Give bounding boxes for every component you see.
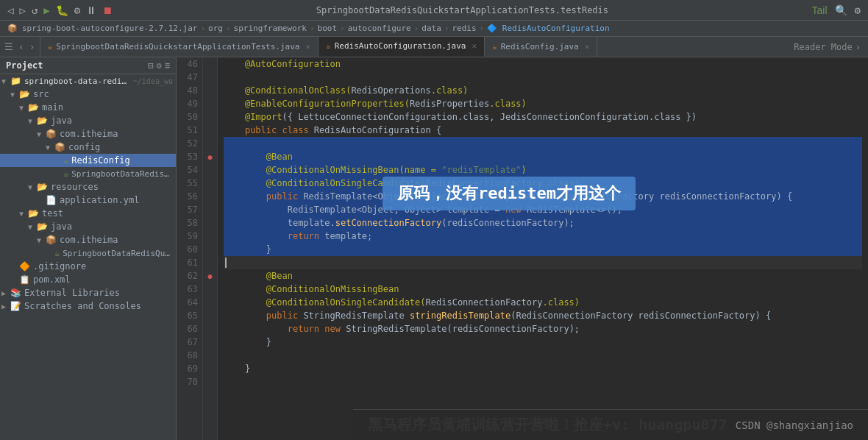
ln-60: 60 <box>181 243 198 256</box>
sep5: › <box>414 24 419 33</box>
tab-list-icon[interactable]: ☰ <box>3 40 15 54</box>
breadcrumb-autoconfigure[interactable]: autoconfigure <box>348 24 411 33</box>
tab-close-1[interactable]: ✕ <box>305 42 310 52</box>
tab-close-3[interactable]: ✕ <box>585 42 590 52</box>
code-area[interactable]: 原码，没有redistem才用这个 46 47 48 49 50 51 52 5… <box>177 57 868 440</box>
sidebar-header: Project ⊟ ⚙ ≡ <box>0 57 176 74</box>
back-icon[interactable]: ◁ <box>6 3 15 18</box>
tail-label: Tail <box>811 3 829 18</box>
gear2-icon[interactable]: ≡ <box>165 60 170 71</box>
ln-68: 68 <box>181 349 198 362</box>
sidebar-label-config: config <box>68 142 100 152</box>
arrow-src: ▼ <box>10 91 19 99</box>
sep4: › <box>340 24 345 33</box>
breadcrumb-class[interactable]: 🔷 RedisAutoConfiguration <box>487 24 609 33</box>
run-config-icon[interactable]: ⚙ <box>73 3 82 18</box>
ln-55: 55 <box>181 177 198 190</box>
tab-redis-auto-config[interactable]: ☕ RedisAutoConfiguration.java ✕ <box>319 37 485 57</box>
breadcrumb-jar[interactable]: spring-boot-autoconfigure-2.7.12.jar <box>22 24 197 33</box>
sidebar-label-com-itheima: com.itheima <box>60 129 118 139</box>
code-text: } <box>224 362 250 375</box>
main-container: Project ⊟ ⚙ ≡ ▼ 📁 springboot-data-redis-… <box>0 57 868 440</box>
code-text: return new StringRedisTemplate(redisConn… <box>224 322 580 336</box>
sidebar-item-springboot-test[interactable]: ☕ SpringbootDataRedisQuicks <box>0 246 176 260</box>
sidebar-item-test[interactable]: ▼ 📂 test <box>0 207 176 220</box>
arrow-com-itheima: ▼ <box>37 130 46 138</box>
sidebar-item-gitignore[interactable]: 🔶 .gitignore <box>0 260 176 273</box>
java-main-icon: 📂 <box>37 116 48 126</box>
scratches-icon: 📝 <box>10 301 21 311</box>
tab-icon-1: ☕ <box>48 42 53 52</box>
sidebar-label-src: src <box>33 89 49 99</box>
code-line-69: } <box>224 362 862 375</box>
sidebar-item-java-test[interactable]: ▼ 📂 java <box>0 220 176 233</box>
sidebar-item-com-itheima-test[interactable]: ▼ 📦 com.itheima <box>0 233 176 246</box>
sidebar-label-main: main <box>42 102 63 113</box>
sidebar-item-java-main[interactable]: ▼ 📂 java <box>0 114 176 127</box>
sep7: › <box>480 24 485 33</box>
build-icon[interactable]: ▶ <box>42 3 51 18</box>
tab-label-2: RedisAutoConfiguration.java <box>335 41 466 51</box>
toolbar: ◁ ▷ ↺ ▶ 🐛 ⚙ ⏸ ⏹ SpringbootDataRedisQuick… <box>0 0 868 21</box>
code-line-53: @Bean <box>224 150 862 163</box>
stop-icon[interactable]: ⏹ <box>101 3 114 18</box>
settings-icon[interactable]: ⚙ <box>157 60 162 71</box>
sidebar-label-java-test: java <box>51 221 72 232</box>
redis-config-icon: ☕ <box>63 155 68 166</box>
sidebar-item-scratches[interactable]: ▶ 📝 Scratches and Consoles <box>0 299 176 313</box>
ln-62: 62 <box>181 269 198 283</box>
code-line-51: public class RedisAutoConfiguration { <box>224 124 862 137</box>
forward-icon[interactable]: ▷ <box>18 3 26 18</box>
collapse-all-icon[interactable]: ⊟ <box>148 60 153 71</box>
sidebar-label-springboot-main: SpringbootDataRedisQuicks <box>71 169 173 179</box>
external-libs-icon: 📚 <box>10 288 21 298</box>
ln-53: 53 <box>181 150 198 163</box>
sidebar-item-external-libs[interactable]: ▶ 📚 External Libraries <box>0 286 176 299</box>
debug-icon[interactable]: 🐛 <box>54 3 70 18</box>
ln-49: 49 <box>181 97 198 110</box>
arrow-java-main: ▼ <box>28 117 37 125</box>
sidebar-item-com-itheima[interactable]: ▼ 📦 com.itheima <box>0 127 176 141</box>
reader-mode[interactable]: Reader Mode › <box>786 37 868 57</box>
sidebar-header-icons: ⊟ ⚙ ≡ <box>148 60 170 71</box>
breadcrumb-redis[interactable]: redis <box>452 24 476 33</box>
breakpoint-52[interactable]: ● <box>207 153 212 161</box>
sidebar-item-config[interactable]: ▼ 📦 config <box>0 141 176 154</box>
sep3: › <box>310 24 315 33</box>
tab-scroll-right-icon[interactable]: › <box>28 40 37 54</box>
breadcrumb-springframework[interactable]: springframework <box>234 24 307 33</box>
code-text: } <box>224 336 271 349</box>
settings-icon[interactable]: ⚙ <box>853 3 862 18</box>
sidebar-item-src[interactable]: ▼ 📂 src <box>0 88 176 101</box>
sidebar-item-resources[interactable]: ▼ 📂 resources <box>0 180 176 194</box>
sidebar-item-springboot-main[interactable]: ☕ SpringbootDataRedisQuicks <box>0 167 176 180</box>
arrow-project: ▼ <box>1 77 10 85</box>
breakpoint-62[interactable]: ● <box>207 272 212 280</box>
search-icon[interactable]: 🔍 <box>833 3 849 18</box>
pause-icon[interactable]: ⏸ <box>85 3 98 18</box>
tab-scroll-left-icon[interactable]: ‹ <box>17 40 26 54</box>
tabs-bar: ☰ ‹ › ☕ SpringbootDataRedisQuickstartApp… <box>0 37 868 57</box>
ln-67: 67 <box>181 336 198 349</box>
ln-70: 70 <box>181 375 198 388</box>
tab-redis-config[interactable]: ☕ RedisConfig.java ✕ <box>485 37 597 57</box>
sidebar-item-main[interactable]: ▼ 📂 main <box>0 101 176 114</box>
breadcrumb-data[interactable]: data <box>421 24 441 33</box>
reader-mode-chevron-icon: › <box>855 42 861 52</box>
sidebar-item-pom-xml[interactable]: 📋 pom.xml <box>0 273 176 286</box>
gutter: ● ● <box>203 57 218 440</box>
sidebar-item-project-root[interactable]: ▼ 📁 springboot-data-redis-quickstart ~/i… <box>0 74 176 88</box>
breadcrumb-boot[interactable]: boot <box>318 24 338 33</box>
sidebar-label-com-itheima-test: com.itheima <box>60 235 118 245</box>
springboot-main-icon: ☕ <box>63 168 68 179</box>
refresh-icon[interactable]: ↺ <box>30 3 39 18</box>
sep1: › <box>200 24 205 33</box>
tab-springboot-tests[interactable]: ☕ SpringbootDataRedisQuickstartApplicati… <box>40 37 319 57</box>
sidebar-item-redis-config[interactable]: ☕ RedisConfig <box>0 154 176 167</box>
code-line-62: @Bean <box>224 269 862 283</box>
tab-close-2[interactable]: ✕ <box>472 41 477 51</box>
sidebar-label-test: test <box>42 208 63 219</box>
breadcrumb-org[interactable]: org <box>208 24 223 33</box>
sidebar-item-application-yml[interactable]: 📄 application.yml <box>0 194 176 207</box>
sidebar-label-project: springboot-data-redis-quickstart <box>24 77 130 86</box>
